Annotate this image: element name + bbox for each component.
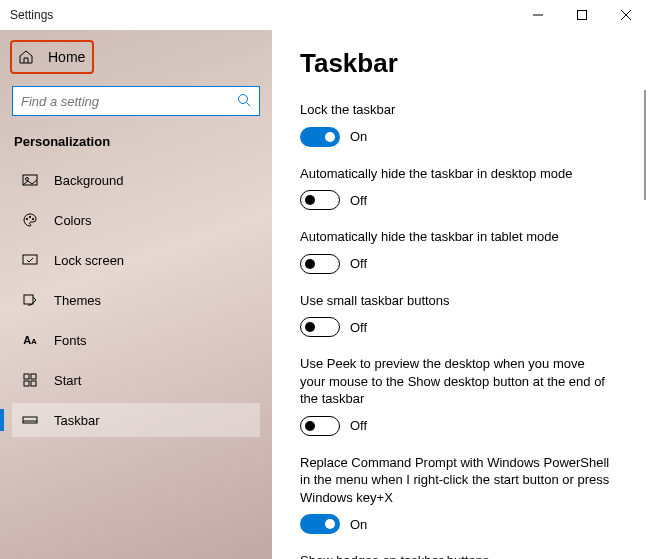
page-title: Taskbar bbox=[300, 48, 622, 79]
svg-rect-15 bbox=[24, 381, 29, 386]
close-button[interactable] bbox=[604, 0, 648, 30]
toggle-switch[interactable] bbox=[300, 514, 340, 534]
toggle-state: On bbox=[350, 129, 367, 144]
toggle-state: Off bbox=[350, 256, 367, 271]
sidebar-item-lockscreen[interactable]: Lock screen bbox=[12, 243, 260, 277]
search-icon bbox=[237, 93, 251, 110]
toggle-switch[interactable] bbox=[300, 317, 340, 337]
sidebar-item-label: Themes bbox=[54, 293, 101, 308]
svg-rect-11 bbox=[23, 255, 37, 264]
setting-item: Replace Command Prompt with Windows Powe… bbox=[300, 454, 622, 535]
toggle-state: Off bbox=[350, 320, 367, 335]
svg-point-10 bbox=[32, 218, 33, 219]
setting-label: Replace Command Prompt with Windows Powe… bbox=[300, 454, 610, 507]
toggle-switch[interactable] bbox=[300, 127, 340, 147]
palette-icon bbox=[22, 212, 38, 228]
lockscreen-icon bbox=[22, 252, 38, 268]
setting-item: Lock the taskbarOn bbox=[300, 101, 622, 147]
search-input[interactable] bbox=[21, 94, 237, 109]
sidebar-item-label: Lock screen bbox=[54, 253, 124, 268]
svg-point-4 bbox=[239, 94, 248, 103]
sidebar-item-taskbar[interactable]: Taskbar bbox=[12, 403, 260, 437]
setting-item: Automatically hide the taskbar in tablet… bbox=[300, 228, 622, 274]
taskbar-icon bbox=[22, 412, 38, 428]
sidebar-item-label: Taskbar bbox=[54, 413, 100, 428]
svg-rect-14 bbox=[31, 374, 36, 379]
maximize-button[interactable] bbox=[560, 0, 604, 30]
home-label: Home bbox=[48, 49, 85, 65]
search-box[interactable] bbox=[12, 86, 260, 116]
scrollbar[interactable] bbox=[644, 90, 646, 200]
window-title: Settings bbox=[10, 8, 53, 22]
sidebar: Home Personalization Background Colors L… bbox=[0, 30, 272, 559]
sidebar-item-colors[interactable]: Colors bbox=[12, 203, 260, 237]
setting-item: Use small taskbar buttonsOff bbox=[300, 292, 622, 338]
sidebar-item-label: Fonts bbox=[54, 333, 87, 348]
svg-point-8 bbox=[26, 218, 27, 219]
setting-label: Show badges on taskbar buttons bbox=[300, 552, 610, 559]
themes-icon bbox=[22, 292, 38, 308]
svg-rect-1 bbox=[578, 11, 587, 20]
setting-label: Use small taskbar buttons bbox=[300, 292, 610, 310]
svg-rect-17 bbox=[23, 417, 37, 423]
svg-line-5 bbox=[247, 102, 251, 106]
svg-point-9 bbox=[29, 216, 30, 217]
setting-label: Automatically hide the taskbar in deskto… bbox=[300, 165, 610, 183]
toggle-state: Off bbox=[350, 193, 367, 208]
sidebar-item-background[interactable]: Background bbox=[12, 163, 260, 197]
svg-rect-16 bbox=[31, 381, 36, 386]
home-button[interactable]: Home bbox=[10, 40, 94, 74]
toggle-state: On bbox=[350, 517, 367, 532]
sidebar-item-themes[interactable]: Themes bbox=[12, 283, 260, 317]
setting-item: Automatically hide the taskbar in deskto… bbox=[300, 165, 622, 211]
section-heading: Personalization bbox=[12, 134, 260, 149]
sidebar-item-fonts[interactable]: AA Fonts bbox=[12, 323, 260, 357]
minimize-button[interactable] bbox=[516, 0, 560, 30]
nav-list: Background Colors Lock screen Themes AA … bbox=[12, 163, 260, 443]
fonts-icon: AA bbox=[22, 332, 38, 348]
setting-label: Automatically hide the taskbar in tablet… bbox=[300, 228, 610, 246]
setting-item: Use Peek to preview the desktop when you… bbox=[300, 355, 622, 436]
toggle-switch[interactable] bbox=[300, 254, 340, 274]
sidebar-item-label: Background bbox=[54, 173, 123, 188]
svg-rect-13 bbox=[24, 374, 29, 379]
sidebar-item-label: Start bbox=[54, 373, 81, 388]
content-pane: Taskbar Lock the taskbarOnAutomatically … bbox=[272, 30, 648, 559]
picture-icon bbox=[22, 172, 38, 188]
sidebar-item-start[interactable]: Start bbox=[12, 363, 260, 397]
start-icon bbox=[22, 372, 38, 388]
toggle-switch[interactable] bbox=[300, 416, 340, 436]
setting-label: Lock the taskbar bbox=[300, 101, 610, 119]
sidebar-item-label: Colors bbox=[54, 213, 92, 228]
titlebar: Settings bbox=[0, 0, 648, 30]
toggle-switch[interactable] bbox=[300, 190, 340, 210]
toggle-state: Off bbox=[350, 418, 367, 433]
svg-rect-12 bbox=[24, 295, 33, 304]
setting-item: Show badges on taskbar buttonsOn bbox=[300, 552, 622, 559]
svg-point-7 bbox=[26, 178, 29, 181]
setting-label: Use Peek to preview the desktop when you… bbox=[300, 355, 610, 408]
home-icon bbox=[18, 49, 34, 65]
